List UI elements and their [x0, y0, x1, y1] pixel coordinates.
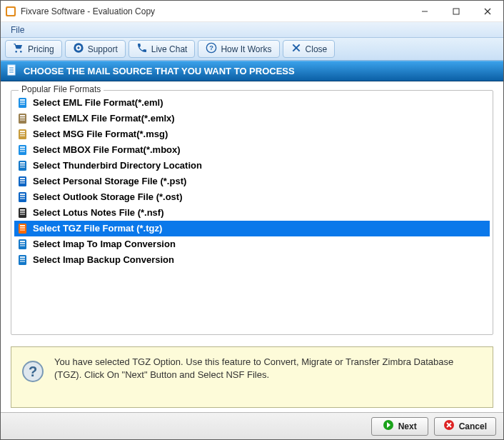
svg-rect-59	[20, 259, 25, 260]
section-heading-text: CHOOSE THE MAIL SOURCE THAT YOU WANT TO …	[24, 66, 295, 76]
file-format-icon	[17, 254, 29, 266]
format-item-label: Select Outlook Storage File (*.ost)	[33, 191, 182, 204]
format-item-label: Select Thunderbird Directory Location	[33, 159, 202, 172]
support-button[interactable]: Support	[65, 40, 126, 58]
close-icon	[291, 42, 302, 56]
button-bar: Next Cancel	[1, 412, 503, 439]
window-controls	[409, 1, 503, 22]
file-format-icon	[17, 223, 29, 234]
svg-rect-44	[20, 198, 25, 199]
formats-legend: Popular File Formats	[19, 84, 104, 94]
format-item[interactable]: Select EMLX File Format(*.emlx)	[14, 111, 490, 126]
menu-file[interactable]: File	[6, 23, 29, 37]
app-window: Fixvare Software - Evaluation Copy File …	[0, 0, 504, 440]
main-content: Popular File Formats Select EML File For…	[1, 81, 503, 339]
svg-rect-55	[20, 243, 25, 244]
format-item[interactable]: Select Lotus Notes File (*.nsf)	[14, 205, 490, 221]
next-button[interactable]: Next	[371, 417, 428, 436]
svg-rect-48	[20, 214, 25, 215]
file-format-icon	[17, 160, 29, 171]
svg-rect-23	[20, 117, 25, 119]
format-item-label: Select MBOX File Format(*.mbox)	[33, 144, 181, 156]
svg-rect-1	[7, 8, 14, 15]
svg-rect-27	[20, 133, 25, 134]
toolbar: Pricing Support Live Chat ? How It Works…	[1, 38, 503, 61]
formats-list: Select EML File Format(*.eml)Select EMLX…	[14, 95, 490, 331]
format-item-label: Select Imap Backup Conversion	[33, 254, 174, 266]
phone-icon	[136, 42, 148, 56]
livechat-label: Live Chat	[151, 44, 188, 54]
format-item[interactable]: Select Personal Storage File (*.pst)	[14, 174, 490, 189]
format-item-label: Select EMLX File Format(*.emlx)	[33, 112, 175, 125]
svg-point-8	[77, 46, 79, 49]
svg-rect-26	[20, 131, 25, 132]
svg-rect-47	[20, 211, 25, 213]
svg-rect-22	[20, 115, 25, 116]
file-format-icon	[17, 129, 29, 140]
window-close-button[interactable]	[472, 1, 503, 22]
svg-rect-40	[20, 182, 25, 184]
format-item-label: Select EML File Format(*.eml)	[33, 96, 163, 109]
format-item-label: Select Imap To Imap Conversion	[33, 238, 176, 251]
svg-rect-38	[20, 178, 25, 179]
menubar: File	[1, 22, 503, 38]
cancel-x-icon	[443, 419, 455, 433]
svg-rect-30	[20, 146, 25, 148]
format-item-label: Select Personal Storage File (*.pst)	[33, 175, 186, 188]
file-format-icon	[17, 207, 29, 219]
format-item[interactable]: Select Outlook Storage File (*.ost)	[14, 189, 490, 205]
minimize-button[interactable]	[409, 1, 440, 22]
toolbar-close-button[interactable]: Close	[283, 40, 336, 58]
svg-rect-43	[20, 196, 25, 197]
format-item[interactable]: Select Imap Backup Conversion	[14, 252, 490, 268]
svg-rect-19	[20, 101, 25, 103]
svg-rect-58	[20, 256, 25, 258]
svg-rect-35	[20, 164, 25, 166]
titlebar: Fixvare Software - Evaluation Copy	[1, 1, 503, 22]
support-label: Support	[88, 44, 118, 54]
svg-rect-60	[20, 261, 25, 262]
svg-rect-51	[20, 227, 25, 229]
format-item-label: Select MSG File Format(*.msg)	[33, 128, 168, 141]
format-item[interactable]: Select MBOX File Format(*.mbox)	[14, 142, 490, 158]
headset-icon	[73, 42, 84, 56]
pricing-label: Pricing	[28, 44, 54, 54]
howitworks-button[interactable]: ? How It Works	[198, 40, 279, 58]
svg-rect-28	[20, 135, 25, 136]
svg-rect-46	[20, 209, 25, 211]
next-arrow-icon	[383, 419, 394, 433]
svg-rect-34	[20, 162, 25, 164]
document-icon	[6, 64, 18, 78]
file-format-icon	[17, 113, 29, 124]
info-question-icon: ?	[21, 360, 44, 383]
howitworks-label: How It Works	[221, 44, 271, 54]
file-format-icon	[17, 97, 29, 109]
format-item[interactable]: Select Imap To Imap Conversion	[14, 236, 490, 252]
maximize-button[interactable]	[440, 1, 472, 22]
format-item-label: Select TGZ File Format (*.tgz)	[33, 222, 162, 235]
pricing-button[interactable]: Pricing	[5, 40, 62, 58]
svg-text:?: ?	[29, 364, 37, 379]
file-format-icon	[17, 239, 29, 250]
format-item[interactable]: Select MSG File Format(*.msg)	[14, 126, 490, 142]
svg-rect-42	[20, 194, 25, 195]
svg-rect-56	[20, 245, 25, 246]
svg-rect-3	[453, 9, 459, 14]
section-heading: CHOOSE THE MAIL SOURCE THAT YOU WANT TO …	[1, 61, 503, 81]
info-text: You have selected TGZ Option. Use this f…	[54, 356, 483, 381]
livechat-button[interactable]: Live Chat	[128, 40, 196, 58]
app-icon	[5, 6, 16, 17]
svg-rect-24	[20, 119, 25, 121]
cart-icon	[13, 42, 24, 56]
svg-rect-52	[20, 229, 25, 231]
svg-text:?: ?	[210, 44, 214, 51]
next-label: Next	[398, 421, 417, 431]
format-item[interactable]: Select EML File Format(*.eml)	[14, 95, 490, 111]
svg-rect-36	[20, 166, 25, 168]
format-item[interactable]: Select Thunderbird Directory Location	[14, 158, 490, 174]
cancel-button[interactable]: Cancel	[434, 417, 496, 436]
format-item[interactable]: Select TGZ File Format (*.tgz)	[14, 221, 490, 236]
file-format-icon	[17, 176, 29, 187]
formats-fieldset: Popular File Formats Select EML File For…	[11, 90, 493, 335]
svg-rect-39	[20, 180, 25, 181]
